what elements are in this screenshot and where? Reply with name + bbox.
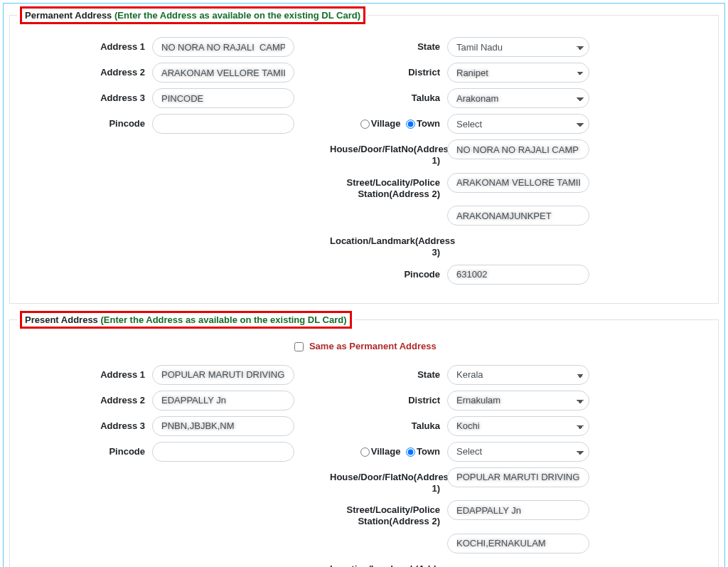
perm-vt-select[interactable]: Select	[447, 114, 589, 134]
permanent-address-legend: Permanent Address (Enter the Address as …	[17, 6, 368, 24]
perm-address2-input[interactable]	[152, 63, 294, 83]
pres-district-label: District	[330, 391, 447, 406]
same-as-permanent-row: Same as Permanent Address	[17, 340, 711, 354]
perm-town-radio-label: Town	[417, 118, 440, 129]
permanent-right-column: State Tamil Nadu District Ranipet Taluka…	[330, 37, 711, 290]
perm-house-input[interactable]	[447, 139, 589, 159]
pres-address2-input[interactable]	[152, 391, 294, 410]
pres-address3-label: Address 3	[17, 416, 152, 432]
pres-state-select[interactable]: Kerala	[447, 365, 589, 385]
perm-state-label: State	[330, 37, 447, 53]
perm-district-select[interactable]: Ranipet	[447, 63, 589, 83]
pres-town-radio-label: Town	[417, 446, 440, 457]
perm-taluka-select[interactable]: Arakonam	[447, 88, 589, 108]
perm-address3-label: Address 3	[17, 88, 152, 104]
pres-location-label: Location/Landmark(Address 3)	[330, 559, 447, 568]
perm-state-select[interactable]: Tamil Nadu	[447, 37, 589, 57]
pres-village-town-radios: Village Town	[330, 442, 447, 457]
pres-taluka-label: Taluka	[330, 416, 447, 432]
pres-address1-input[interactable]	[152, 365, 294, 385]
pres-house-input[interactable]	[447, 467, 589, 487]
perm-address2-label: Address 2	[17, 63, 152, 78]
pres-street-label: Street/Locality/Police Station(Address 2…	[330, 500, 447, 528]
present-address-section: Present Address (Enter the Address as av…	[9, 311, 719, 568]
pres-address3-input[interactable]	[152, 416, 294, 436]
permanent-address-section: Permanent Address (Enter the Address as …	[9, 6, 719, 304]
pres-street-input[interactable]	[447, 500, 589, 520]
permanent-left-column: Address 1 Address 2 Address 3 Pincode	[17, 37, 316, 139]
perm-location-label: Location/Landmark(Address 3)	[330, 231, 447, 259]
permanent-legend-note: (Enter the Address as available on the e…	[114, 10, 360, 21]
present-right-column: State Kerala District Ernakulam Taluka K…	[330, 365, 711, 568]
permanent-legend-title: Permanent Address	[25, 10, 114, 21]
present-legend-title: Present Address	[25, 314, 100, 325]
perm-pincode2-label: Pincode	[330, 265, 447, 280]
pres-village-radio-label: Village	[371, 446, 401, 457]
perm-address3-input[interactable]	[152, 88, 294, 108]
pres-vt-select[interactable]: Select	[447, 442, 589, 462]
pres-state-label: State	[330, 365, 447, 381]
pres-house-label: House/Door/FlatNo(Address 1)	[330, 467, 447, 495]
pres-town-radio[interactable]	[406, 447, 415, 457]
same-as-permanent-label: Same as Permanent Address	[309, 340, 437, 351]
perm-taluka-label: Taluka	[330, 88, 447, 104]
perm-village-radio-label: Village	[371, 118, 401, 129]
perm-street-input[interactable]	[447, 173, 589, 193]
pres-address1-label: Address 1	[17, 365, 152, 381]
perm-street-label: Street/Locality/Police Station(Address 2…	[330, 173, 447, 201]
pres-village-radio[interactable]	[360, 447, 370, 457]
present-legend-note: (Enter the Address as available on the e…	[100, 314, 346, 325]
pres-address2-label: Address 2	[17, 391, 152, 406]
perm-village-radio[interactable]	[360, 120, 370, 129]
present-left-column: Address 1 Address 2 Address 3 Pincode	[17, 365, 316, 467]
pres-district-select[interactable]: Ernakulam	[447, 391, 589, 410]
perm-pincode-input[interactable]	[152, 114, 294, 134]
perm-location-input[interactable]	[447, 206, 589, 226]
perm-district-label: District	[330, 63, 447, 78]
perm-village-town-radios: Village Town	[330, 114, 447, 129]
perm-town-radio[interactable]	[406, 120, 415, 129]
perm-pincode-label: Pincode	[17, 114, 152, 129]
perm-address1-input[interactable]	[152, 37, 294, 57]
same-as-permanent-checkbox[interactable]	[294, 342, 304, 351]
form-container: Permanent Address (Enter the Address as …	[3, 3, 725, 567]
perm-pincode2-input[interactable]	[447, 265, 589, 285]
pres-pincode-input[interactable]	[152, 442, 294, 462]
present-address-legend: Present Address (Enter the Address as av…	[17, 311, 355, 329]
pres-pincode-label: Pincode	[17, 442, 152, 457]
pres-taluka-select[interactable]: Kochi	[447, 416, 589, 436]
perm-house-label: House/Door/FlatNo(Address 1)	[330, 139, 447, 167]
pres-location-input[interactable]	[447, 534, 589, 553]
perm-address1-label: Address 1	[17, 37, 152, 53]
